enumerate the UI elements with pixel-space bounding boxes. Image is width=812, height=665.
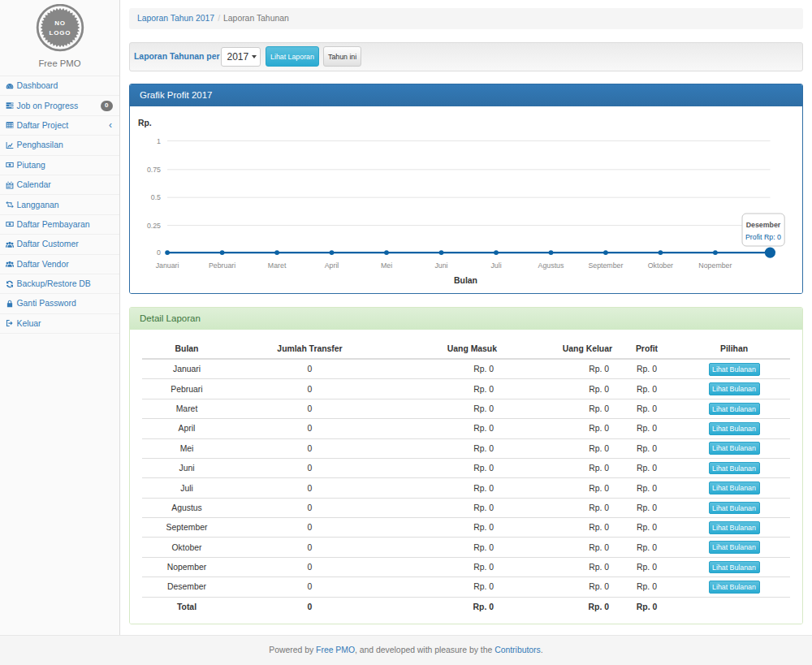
svg-text:September: September bbox=[588, 261, 623, 269]
svg-text:April: April bbox=[325, 261, 339, 269]
svg-text:Juni: Juni bbox=[434, 261, 447, 269]
svg-text:0.5: 0.5 bbox=[151, 193, 161, 201]
svg-text:Nopember: Nopember bbox=[698, 261, 732, 269]
svg-text:Profit Rp: 0: Profit Rp: 0 bbox=[745, 233, 781, 241]
svg-text:0.25: 0.25 bbox=[147, 221, 161, 229]
svg-text:0: 0 bbox=[157, 248, 161, 257]
svg-text:Mei: Mei bbox=[381, 261, 392, 269]
svg-text:1: 1 bbox=[157, 136, 161, 145]
svg-text:LOGO: LOGO bbox=[50, 29, 71, 37]
svg-text:Oktober: Oktober bbox=[648, 261, 673, 269]
svg-text:NO: NO bbox=[54, 19, 66, 27]
svg-text:Maret: Maret bbox=[268, 261, 287, 269]
svg-text:Desember: Desember bbox=[746, 221, 781, 229]
svg-text:Juli: Juli bbox=[490, 261, 501, 269]
svg-text:Agustus: Agustus bbox=[538, 261, 564, 269]
svg-text:Januari: Januari bbox=[156, 261, 179, 269]
svg-text:0.75: 0.75 bbox=[147, 165, 161, 173]
svg-text:Pebruari: Pebruari bbox=[209, 261, 235, 269]
